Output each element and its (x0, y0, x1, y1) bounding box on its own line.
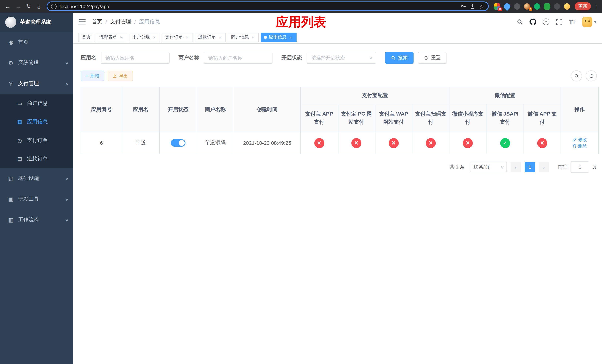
sidebar-item-payment[interactable]: ¥ 支付管理 ∧ (0, 73, 73, 94)
page-size-select[interactable]: 10条/页 ∨ (470, 162, 507, 172)
sidebar-item-merchant-info[interactable]: ▭ 商户信息 (0, 94, 73, 113)
edit-link[interactable]: 修改 (572, 137, 587, 143)
alipay-pc-status-icon (351, 138, 361, 148)
font-size-icon[interactable]: TT (569, 19, 575, 25)
sidebar-collapse-icon[interactable] (78, 17, 87, 26)
sidebar-item-dev-tools[interactable]: ▣ 研发工具 ∨ (0, 189, 73, 210)
water-drop-extension-icon[interactable] (503, 2, 511, 11)
tab-close-icon[interactable]: × (119, 35, 124, 40)
col-header-wechat-app: 微信 APP 支付 (524, 104, 561, 132)
reload-button[interactable]: ↻ (24, 1, 33, 11)
delete-link[interactable]: 删除 (572, 143, 587, 149)
browser-menu-icon[interactable]: ⋮ (593, 3, 599, 9)
tab-label: 商户信息 (231, 34, 249, 40)
back-button[interactable]: ← (3, 1, 13, 11)
puzzle-extension-icon[interactable] (554, 3, 560, 10)
sidebar-item-label: 研发工具 (18, 196, 61, 203)
alipay-qr-status-icon (426, 138, 436, 148)
table-toolbar: + 新增 导出 (81, 70, 597, 81)
col-header-wechat-jsapi: 微信 JSAPI 支付 (486, 104, 524, 132)
add-button[interactable]: + 新增 (81, 71, 104, 81)
emoji-extension-icon[interactable] (564, 3, 570, 10)
forward-button[interactable]: → (13, 1, 23, 11)
chevron-down-icon: ∨ (65, 197, 69, 201)
refresh-icon[interactable] (586, 70, 597, 81)
breadcrumb-current: 应用信息 (139, 19, 160, 25)
merchant-name-input[interactable] (204, 52, 272, 64)
sidebar-item-home[interactable]: ◉ 首页 (0, 32, 73, 53)
col-header-alipay-qr: 支付宝扫码支付 (412, 104, 449, 132)
sidebar-logo-row[interactable]: 芋道管理系统 (0, 13, 73, 32)
col-header-app-name: 应用名 (122, 87, 159, 132)
breadcrumb-home[interactable]: 首页 (92, 19, 102, 25)
goto-page-input[interactable] (570, 161, 589, 172)
active-tab-dot (264, 36, 267, 39)
sidebar-item-pay-order[interactable]: ◷ 支付订单 (0, 131, 73, 150)
pagination: 共 1 条 10条/页 ∨ ‹ 1 › 前往 页 (81, 161, 597, 172)
home-button[interactable]: ⌂ (34, 1, 44, 11)
bookmark-star-icon[interactable]: ☆ (479, 3, 484, 9)
profile-extension-icon[interactable]: 1 (524, 3, 530, 10)
help-icon[interactable]: ? (543, 19, 549, 25)
goto-label: 前往 (558, 164, 568, 170)
status-select[interactable]: 请选择开启状态 ∨ (307, 52, 376, 64)
sidebar-item-label: 支付订单 (27, 137, 48, 144)
next-page-button[interactable]: › (539, 162, 549, 172)
sidebar-item-workflow[interactable]: ▥ 工作流程 ∨ (0, 210, 73, 230)
browser-update-button[interactable]: 更新 (575, 2, 591, 10)
tab-app-info[interactable]: 应用信息 × (261, 32, 297, 42)
notes-extension-icon[interactable] (544, 3, 550, 10)
prev-page-button[interactable]: ‹ (511, 162, 521, 172)
plus-icon: + (86, 73, 88, 78)
status-select-placeholder: 请选择开启状态 (311, 54, 345, 61)
cell-wechat-app (524, 132, 561, 154)
tab-user-group[interactable]: 用户分组 × (129, 32, 160, 42)
sidebar-item-app-info[interactable]: ▦ 应用信息 (0, 113, 73, 131)
dark-circle-extension-icon[interactable] (514, 3, 520, 10)
reset-button[interactable]: 重置 (418, 52, 447, 64)
app-name-input[interactable] (101, 52, 170, 64)
reset-button-label: 重置 (431, 54, 441, 61)
sidebar-item-label: 退款订单 (27, 156, 48, 162)
dropdown-caret-icon: ▾ (594, 20, 596, 24)
user-menu[interactable]: ▾ (582, 17, 596, 27)
col-header-create-time: 创建时间 (234, 87, 301, 132)
tab-merchant-info[interactable]: 商户信息 × (228, 32, 259, 42)
toggle-search-icon[interactable] (571, 70, 582, 81)
tab-close-icon[interactable]: × (185, 35, 190, 40)
fullscreen-icon[interactable] (556, 19, 562, 25)
site-info-icon[interactable]: i (51, 3, 57, 9)
sidebar-item-infrastructure[interactable]: ▧ 基础设施 ∨ (0, 168, 73, 189)
tab-home[interactable]: 首页 (78, 32, 94, 42)
toolbox-icon: ▣ (7, 196, 14, 203)
address-bar[interactable]: i localhost:1024/pay/app ☆ (47, 1, 489, 11)
breadcrumb-parent[interactable]: 支付管理 (110, 19, 131, 25)
cell-actions: 修改 删除 (561, 132, 599, 154)
status-toggle[interactable] (171, 139, 185, 147)
table-row: 6 芋道 芋道源码 2021-10-23 08:49:25 (81, 132, 599, 154)
tab-close-icon[interactable]: × (288, 35, 293, 40)
search-button-label: 搜索 (398, 54, 408, 61)
card-icon: ▭ (16, 100, 23, 106)
tab-close-icon[interactable]: × (251, 35, 256, 40)
share-icon[interactable] (470, 4, 475, 9)
sidebar-item-system[interactable]: ⚙ 系统管理 ∨ (0, 53, 73, 73)
tab-refund-order[interactable]: 退款订单 × (195, 32, 226, 42)
tab-close-icon[interactable]: × (218, 35, 223, 40)
document-icon: ▤ (16, 156, 23, 162)
tab-close-icon[interactable]: × (152, 35, 157, 40)
password-key-icon[interactable] (460, 4, 466, 9)
tab-process-form[interactable]: 流程表单 × (96, 32, 127, 42)
export-button[interactable]: 导出 (108, 71, 133, 81)
tab-pay-order[interactable]: 支付订单 × (162, 32, 193, 42)
github-icon[interactable] (529, 19, 536, 25)
sidebar-item-refund-order[interactable]: ▤ 退款订单 (0, 150, 73, 168)
search-button[interactable]: 搜索 (385, 52, 414, 64)
check-extension-icon[interactable] (534, 3, 540, 10)
chevron-down-icon: ∨ (65, 176, 69, 181)
user-avatar (582, 17, 592, 27)
page-1-button[interactable]: 1 (525, 162, 535, 172)
extensions-grid-icon[interactable]: 10 (494, 3, 500, 10)
cell-create-time: 2021-10-23 08:49:25 (234, 132, 301, 154)
search-icon[interactable] (517, 19, 523, 25)
